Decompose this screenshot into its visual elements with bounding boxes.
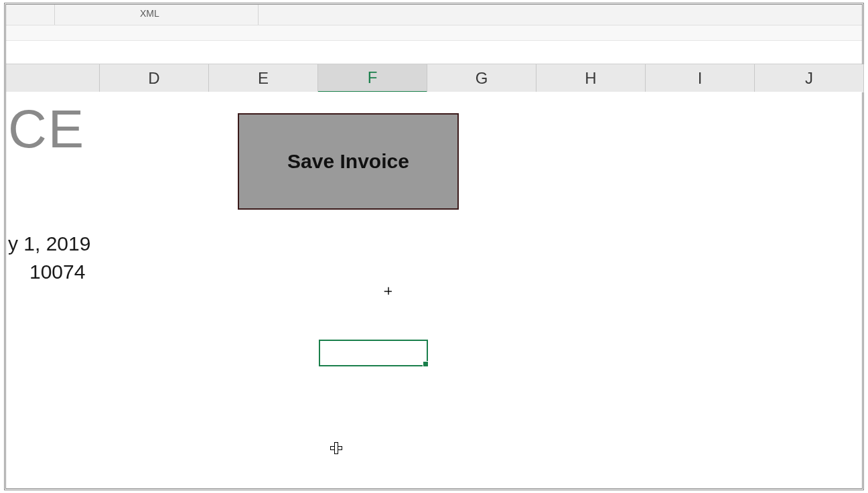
formula-bar-area xyxy=(6,25,862,41)
ribbon-group-label-xml: XML xyxy=(140,8,159,19)
col-header-E[interactable]: E xyxy=(209,64,318,92)
save-invoice-button-label: Save Invoice xyxy=(287,150,409,173)
ribbon-group-strip: XML xyxy=(6,5,862,25)
ribbon-separator xyxy=(258,5,259,25)
save-invoice-button[interactable]: Save Invoice xyxy=(238,113,459,210)
col-header-H[interactable]: H xyxy=(536,64,646,92)
app-frame: XML DEFGHIJ CE Save Invoice y 1, 2019 10… xyxy=(4,3,864,490)
sheet-grid-area[interactable]: CE Save Invoice y 1, 2019 10074 xyxy=(6,92,862,488)
col-header-spacer[interactable] xyxy=(6,64,100,92)
selected-cell-outline[interactable] xyxy=(319,340,428,366)
cursor-cross-icon xyxy=(330,442,342,454)
col-header-I[interactable]: I xyxy=(646,64,755,92)
ribbon-separator xyxy=(54,5,55,25)
cursor-move-icon xyxy=(384,287,393,296)
invoice-title-fragment: CE xyxy=(8,98,85,160)
col-header-F[interactable]: F xyxy=(318,64,427,92)
col-header-J[interactable]: J xyxy=(755,64,864,92)
column-headers-row: DEFGHIJ xyxy=(6,64,862,92)
col-header-G[interactable]: G xyxy=(427,64,536,92)
invoice-date-value: y 1, 2019 xyxy=(8,232,90,255)
invoice-number-value: 10074 xyxy=(29,261,85,283)
col-header-D[interactable]: D xyxy=(100,64,209,92)
